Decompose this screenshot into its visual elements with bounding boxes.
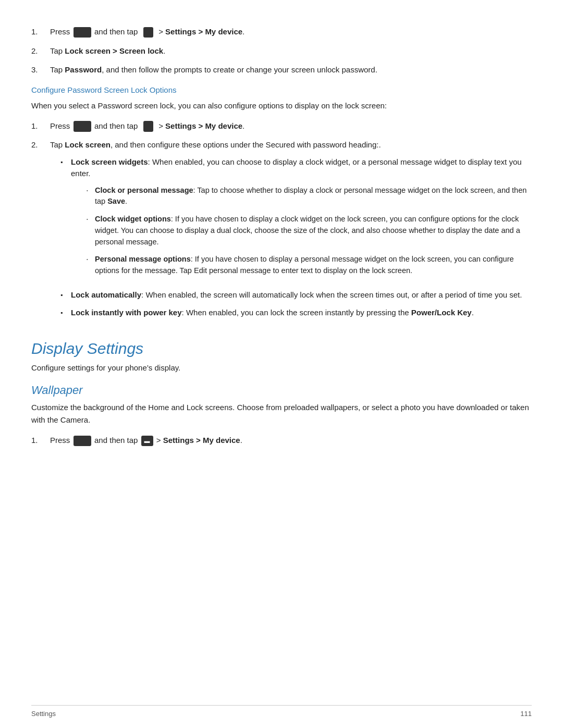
list-number: 2.	[31, 139, 50, 325]
display-settings-title: Display Settings	[31, 340, 532, 357]
list-content: Press and then tap > Settings > My devic…	[50, 26, 532, 38]
list-item: ▪ Lock automatically: When enabled, the …	[60, 289, 532, 301]
menu-icon: ▬	[141, 436, 153, 447]
home-button-3	[74, 436, 91, 447]
configure-description: When you select a Password screen lock, …	[31, 100, 532, 112]
list-number: 1.	[31, 435, 50, 447]
list-content: Press and then tap ▬ > Settings > My dev…	[50, 435, 532, 447]
wallpaper-title: Wallpaper	[31, 384, 532, 397]
wallpaper-description: Customize the background of the Home and…	[31, 401, 532, 426]
list-item: 1. Press and then tap > Settings > My de…	[31, 120, 532, 132]
sub-bullet-content: Clock widget options: If you have chosen…	[95, 214, 532, 248]
sub-bullet-content: Personal message options: If you have ch…	[95, 254, 532, 277]
sub-bullet-content: Clock or personal message: Tap to choose…	[95, 185, 532, 208]
list-content: Tap Password, and then follow the prompt…	[50, 64, 532, 76]
menu-button-2	[143, 121, 153, 132]
footer-left: Settings	[31, 710, 56, 718]
list-item: ▪ Lock screen widgets: When enabled, you…	[60, 156, 532, 283]
list-item: • Clock widget options: If you have chos…	[87, 214, 532, 248]
page-container: 1. Press and then tap > Settings > My de…	[0, 0, 563, 728]
bullet-content: Lock screen widgets: When enabled, you c…	[71, 156, 532, 283]
bullet-marker: ▪	[60, 308, 71, 319]
list-item: 1. Press and then tap ▬ > Settings > My …	[31, 435, 532, 447]
footer-right: 111	[520, 710, 532, 718]
list-number: 2.	[31, 45, 50, 57]
list-content: Tap Lock screen, and then configure thes…	[50, 139, 532, 325]
list-item: • Clock or personal message: Tap to choo…	[87, 185, 532, 208]
bullet-marker: ▪	[60, 290, 71, 301]
sub-bullet-marker: •	[87, 256, 95, 277]
bullet-marker: ▪	[60, 157, 71, 283]
list-item: 2. Tap Lock screen, and then configure t…	[31, 139, 532, 325]
list-item: 1. Press and then tap > Settings > My de…	[31, 26, 532, 38]
list-number: 3.	[31, 64, 50, 76]
top-numbered-list: 1. Press and then tap > Settings > My de…	[31, 26, 532, 76]
bullet-content: Lock instantly with power key: When enab…	[71, 307, 474, 319]
configure-numbered-list: 1. Press and then tap > Settings > My de…	[31, 120, 532, 325]
home-button	[74, 27, 91, 38]
sub-bullet-marker: •	[87, 216, 95, 248]
home-button-2	[74, 121, 91, 132]
configure-heading: Configure Password Screen Lock Options	[31, 85, 532, 94]
list-item: • Personal message options: If you have …	[87, 254, 532, 277]
list-number: 1.	[31, 120, 50, 132]
list-item: 3. Tap Password, and then follow the pro…	[31, 64, 532, 76]
bullet-list: ▪ Lock screen widgets: When enabled, you…	[60, 156, 532, 319]
sub-bullet-marker: •	[87, 188, 95, 208]
list-item: 2. Tap Lock screen > Screen lock.	[31, 45, 532, 57]
list-content: Tap Lock screen > Screen lock.	[50, 45, 532, 57]
page-footer: Settings 111	[31, 705, 532, 718]
list-number: 1.	[31, 26, 50, 38]
menu-button-small	[143, 27, 153, 38]
display-settings-description: Configure settings for your phone’s disp…	[31, 362, 532, 374]
wallpaper-numbered-list: 1. Press and then tap ▬ > Settings > My …	[31, 435, 532, 447]
list-content: Press and then tap > Settings > My devic…	[50, 120, 532, 132]
sub-bullet-list: • Clock or personal message: Tap to choo…	[87, 185, 532, 277]
content-area: 1. Press and then tap > Settings > My de…	[31, 26, 532, 446]
list-item: ▪ Lock instantly with power key: When en…	[60, 307, 532, 319]
bullet-content: Lock automatically: When enabled, the sc…	[71, 289, 522, 301]
